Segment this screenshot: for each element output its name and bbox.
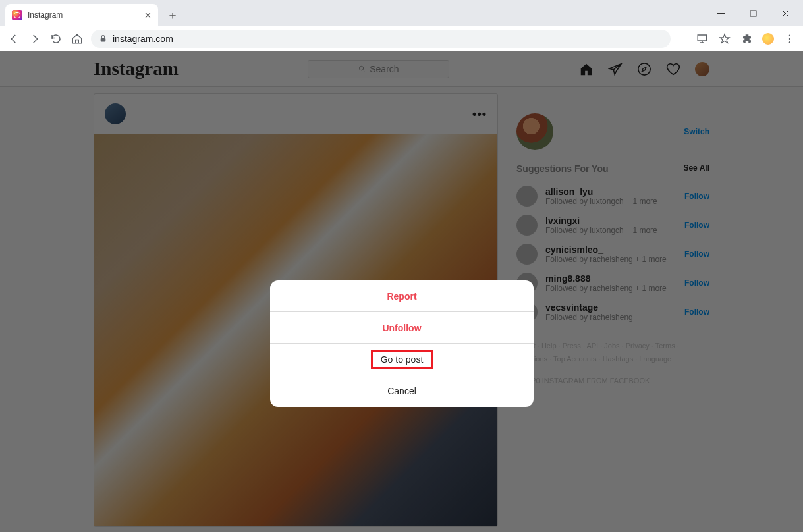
- svg-rect-1: [101, 38, 106, 41]
- svg-point-3: [789, 34, 790, 36]
- profile-extension-icon[interactable]: [762, 33, 774, 45]
- browser-menu-icon[interactable]: [782, 32, 796, 46]
- address-bar[interactable]: instagram.com: [91, 30, 671, 48]
- browser-tab-strip: Instagram ✕ ＋: [0, 0, 803, 26]
- browser-toolbar: instagram.com: [0, 26, 803, 51]
- instagram-favicon: [12, 10, 22, 20]
- go-to-post-button[interactable]: Go to post: [270, 344, 534, 375]
- desktop-icon[interactable]: [695, 32, 709, 46]
- svg-point-4: [789, 38, 790, 39]
- browser-tab[interactable]: Instagram ✕: [5, 4, 158, 26]
- window-close-button[interactable]: [771, 3, 800, 23]
- reload-button[interactable]: [49, 32, 63, 46]
- report-button[interactable]: Report: [270, 280, 534, 312]
- url-text: instagram.com: [113, 34, 173, 44]
- tab-title: Instagram: [28, 11, 139, 20]
- highlight-annotation: Go to post: [371, 350, 433, 369]
- extensions-icon[interactable]: [740, 32, 754, 46]
- post-options-modal: Report Unfollow Go to post Cancel: [270, 280, 534, 407]
- svg-point-5: [789, 41, 790, 43]
- star-icon[interactable]: [717, 32, 732, 46]
- close-tab-icon[interactable]: ✕: [144, 11, 152, 20]
- back-button[interactable]: [7, 32, 21, 46]
- unfollow-button[interactable]: Unfollow: [270, 312, 534, 344]
- home-button[interactable]: [70, 32, 84, 46]
- svg-rect-2: [698, 35, 707, 41]
- window-minimize-button[interactable]: [706, 3, 736, 23]
- svg-rect-0: [750, 11, 756, 16]
- lock-icon: [99, 34, 107, 43]
- forward-button[interactable]: [28, 32, 42, 46]
- new-tab-button[interactable]: ＋: [163, 6, 182, 24]
- window-maximize-button[interactable]: [738, 3, 768, 23]
- cancel-button[interactable]: Cancel: [270, 375, 534, 407]
